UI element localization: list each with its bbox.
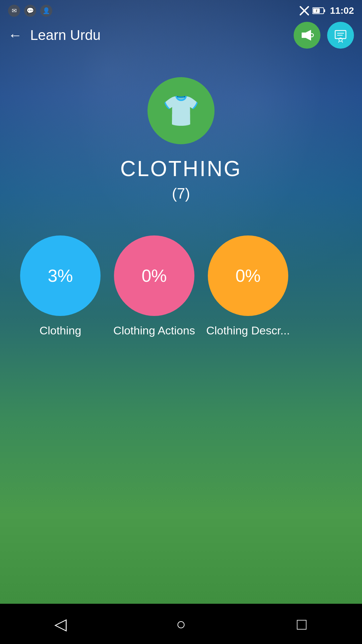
- nav-home-icon: ○: [176, 615, 186, 633]
- nav-recent-icon: □: [297, 615, 307, 633]
- toolbar: ← Learn Urdu: [0, 20, 362, 50]
- main-content: 👕 CLOTHING (7): [0, 50, 362, 235]
- battery-icon: [312, 7, 326, 14]
- svg-rect-12: [302, 33, 303, 38]
- signal-x-icon: [299, 5, 310, 16]
- back-arrow-icon: ←: [8, 27, 22, 43]
- clothing-descriptions-percentage: 0%: [235, 266, 260, 286]
- svg-line-17: [339, 41, 339, 43]
- chat-icon: 💬: [24, 5, 36, 17]
- categories-row: 3% Clothing 0% Clothing Actions 0% Cloth…: [0, 235, 362, 337]
- svg-rect-13: [335, 31, 346, 39]
- clothing-icon-circle[interactable]: 👕: [147, 77, 215, 144]
- nav-home-button[interactable]: ○: [161, 610, 201, 637]
- clothing-actions-label: Clothing Actions: [113, 324, 195, 337]
- message-icon: ✉: [8, 5, 20, 17]
- signal-icons: [299, 5, 326, 16]
- status-icons: ✉ 💬 👤: [8, 5, 52, 17]
- clothing-count: (7): [172, 185, 190, 202]
- clothing-circle[interactable]: 3%: [20, 235, 101, 316]
- megaphone-button[interactable]: [294, 22, 320, 49]
- clothing-percentage: 3%: [48, 266, 73, 286]
- user-icon: 👤: [40, 5, 52, 17]
- clothing-label: Clothing: [40, 324, 81, 337]
- bottom-navigation: ◁ ○ □: [0, 604, 362, 644]
- nav-back-icon: ◁: [54, 614, 67, 633]
- svg-rect-3: [324, 9, 325, 12]
- nav-recent-button[interactable]: □: [282, 610, 322, 637]
- back-button[interactable]: ←: [8, 27, 22, 43]
- category-item-clothing-descriptions[interactable]: 0% Clothing Descr...: [201, 235, 295, 337]
- clothing-title: CLOTHING: [120, 156, 242, 181]
- page-title: Learn Urdu: [30, 27, 294, 43]
- status-time: 11:02: [330, 5, 354, 16]
- certificate-button[interactable]: [327, 22, 354, 49]
- clothing-actions-percentage: 0%: [141, 266, 167, 286]
- certificate-icon: [333, 28, 348, 43]
- status-right: 11:02: [299, 5, 354, 16]
- clothing-tshirt-icon: 👕: [162, 93, 200, 128]
- toolbar-actions: [294, 22, 354, 49]
- clothing-actions-circle[interactable]: 0%: [114, 235, 194, 316]
- category-item-clothing[interactable]: 3% Clothing: [13, 235, 107, 337]
- svg-line-18: [342, 41, 343, 43]
- status-bar: ✉ 💬 👤 11:02: [0, 0, 362, 20]
- megaphone-icon: [300, 28, 314, 43]
- category-item-clothing-actions[interactable]: 0% Clothing Actions: [107, 235, 201, 337]
- nav-back-button[interactable]: ◁: [40, 610, 80, 637]
- clothing-descriptions-circle[interactable]: 0%: [208, 235, 288, 316]
- clothing-descriptions-label: Clothing Descr...: [206, 324, 290, 337]
